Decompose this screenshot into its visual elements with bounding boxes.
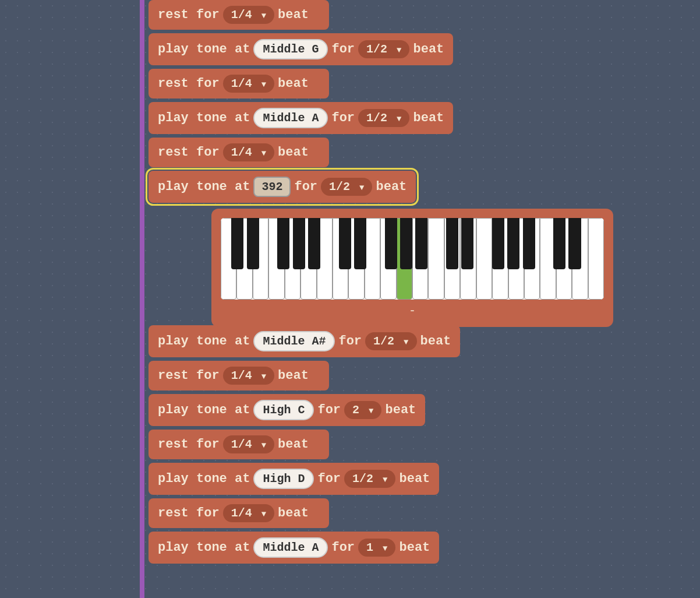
piano-key-c5[interactable] (444, 218, 460, 300)
piano-key-e3[interactable] (253, 218, 268, 300)
block-play-middle-a-last: play tone at Middle A for 1 ▼ beat (149, 532, 439, 564)
piano-key-f5[interactable] (492, 218, 508, 300)
block-rest-6: rest for 1/4 ▼ beat (149, 498, 329, 528)
piano-key-b4[interactable] (428, 218, 444, 300)
note-pill-middle-a[interactable]: Middle A (253, 108, 328, 128)
piano-note-label: - (221, 304, 604, 318)
duration-pill[interactable]: 1/2 ▼ (321, 178, 372, 196)
beat-pill[interactable]: 1/4 ▼ (223, 143, 274, 161)
play-label: play tone at (158, 472, 250, 486)
piano-key-c6[interactable] (556, 218, 572, 300)
beat-suffix: beat (278, 368, 309, 383)
purple-bar (140, 0, 144, 598)
piano-key-c3[interactable] (221, 218, 236, 300)
beat-suffix: beat (420, 334, 451, 349)
duration-pill[interactable]: 1 ▼ (358, 539, 395, 557)
piano-key-b3[interactable] (317, 218, 333, 300)
piano-key-d3[interactable] (236, 218, 252, 300)
rest-label: rest for (158, 368, 220, 383)
block-play-high-c: play tone at High C for 2 ▼ beat (149, 394, 425, 426)
beat-suffix: beat (399, 540, 430, 555)
piano-key-a5[interactable] (524, 218, 540, 300)
piano-popup: - (211, 209, 613, 327)
piano-key-d6[interactable] (572, 218, 588, 300)
block-rest-3: rest for 1/4 ▼ beat (149, 138, 329, 167)
piano-key-g4-highlighted[interactable] (397, 218, 412, 300)
rest-label: rest for (158, 76, 220, 91)
for-label: for (331, 111, 355, 125)
piano-key-g3[interactable] (285, 218, 300, 300)
block-play-middle-g: play tone at Middle G for 1/2 ▼ beat (149, 33, 453, 65)
piano-key-a3[interactable] (300, 218, 316, 300)
beat-suffix: beat (399, 472, 430, 486)
note-pill-middle-a-last[interactable]: Middle A (253, 537, 328, 558)
note-input-392[interactable]: 392 (253, 177, 291, 197)
block-rest-1: rest for 1/4 ▼ beat (149, 0, 329, 30)
beat-suffix: beat (278, 8, 309, 22)
duration-pill[interactable]: 1/2 ▼ (344, 470, 395, 488)
for-label: for (338, 334, 362, 349)
blocks-container: rest for 1/4 ▼ beat play tone at Middle … (149, 0, 498, 567)
piano-key-b5[interactable] (540, 218, 556, 300)
beat-suffix: beat (278, 506, 309, 520)
beat-suffix: beat (413, 42, 444, 57)
piano-key-d5[interactable] (460, 218, 476, 300)
beat-pill[interactable]: 1/4 ▼ (223, 367, 274, 385)
rest-label: rest for (158, 506, 220, 520)
rest-label: rest for (158, 145, 220, 160)
beat-suffix: beat (278, 145, 309, 160)
beat-suffix: beat (385, 403, 416, 417)
rest-label: rest for (158, 8, 220, 22)
duration-pill[interactable]: 1/2 ▼ (358, 109, 409, 127)
block-rest-2: rest for 1/4 ▼ beat (149, 69, 329, 99)
note-pill-middle-g[interactable]: Middle G (253, 39, 328, 59)
beat-pill[interactable]: 1/4 ▼ (223, 75, 274, 93)
piano-key-c4[interactable] (333, 218, 348, 300)
for-label: for (331, 42, 355, 57)
piano-key-d4[interactable] (348, 218, 364, 300)
block-rest-5: rest for 1/4 ▼ beat (149, 430, 329, 459)
play-label: play tone at (158, 180, 250, 194)
duration-pill[interactable]: 1/2 ▼ (365, 332, 416, 350)
for-label: for (294, 180, 317, 194)
play-label: play tone at (158, 540, 250, 555)
note-pill-high-c[interactable]: High C (253, 400, 314, 420)
block-play-high-d: play tone at High D for 1/2 ▼ beat (149, 463, 439, 495)
block-play-middle-as: play tone at Middle A# for 1/2 ▼ beat (149, 325, 460, 357)
piano-key-e5[interactable] (476, 218, 492, 300)
duration-pill[interactable]: 2 ▼ (344, 401, 381, 419)
piano-key-e6[interactable] (588, 218, 604, 300)
beat-suffix: beat (278, 437, 309, 452)
play-label: play tone at (158, 403, 250, 417)
beat-pill[interactable]: 1/4 ▼ (223, 435, 274, 453)
beat-pill[interactable]: 1/4 ▼ (223, 6, 274, 24)
block-play-middle-a: play tone at Middle A for 1/2 ▼ beat (149, 102, 453, 134)
beat-suffix: beat (413, 111, 444, 125)
beat-suffix: beat (278, 76, 309, 91)
note-pill-high-d[interactable]: High D (253, 469, 314, 489)
for-label: for (317, 472, 341, 486)
rest-label: rest for (158, 437, 220, 452)
play-label: play tone at (158, 334, 250, 349)
beat-pill[interactable]: 1/4 ▼ (223, 504, 274, 522)
piano-key-e4[interactable] (365, 218, 380, 300)
piano-key-f3[interactable] (268, 218, 284, 300)
for-label: for (331, 540, 355, 555)
beat-suffix: beat (376, 180, 406, 194)
play-label: play tone at (158, 42, 250, 57)
block-rest-4: rest for 1/4 ▼ beat (149, 361, 329, 391)
piano-keyboard (221, 218, 604, 300)
piano-key-a4[interactable] (412, 218, 428, 300)
duration-pill[interactable]: 1/2 ▼ (358, 40, 409, 58)
play-label: play tone at (158, 111, 250, 125)
piano-key-f4[interactable] (380, 218, 396, 300)
note-pill-middle-as[interactable]: Middle A# (253, 331, 335, 351)
piano-key-g5[interactable] (508, 218, 524, 300)
for-label: for (317, 403, 341, 417)
block-play-392: play tone at 392 for 1/2 ▼ beat (149, 171, 416, 203)
